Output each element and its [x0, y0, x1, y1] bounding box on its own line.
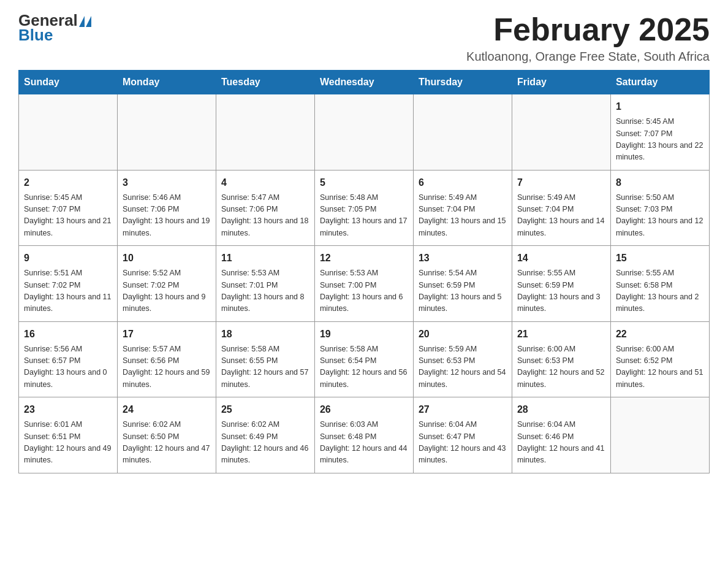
day-info: Sunrise: 6:02 AMSunset: 6:49 PMDaylight:… [221, 419, 309, 467]
calendar-cell: 19Sunrise: 5:58 AMSunset: 6:54 PMDayligh… [314, 321, 413, 397]
calendar-cell: 6Sunrise: 5:49 AMSunset: 7:04 PMDaylight… [413, 170, 512, 246]
day-number: 7 [517, 175, 605, 190]
day-info: Sunrise: 6:01 AMSunset: 6:51 PMDaylight:… [24, 419, 112, 467]
day-info: Sunrise: 5:45 AMSunset: 7:07 PMDaylight:… [24, 192, 112, 240]
calendar-cell: 28Sunrise: 6:04 AMSunset: 6:46 PMDayligh… [512, 397, 610, 473]
day-info: Sunrise: 5:57 AMSunset: 6:56 PMDaylight:… [123, 343, 211, 391]
calendar-cell: 14Sunrise: 5:55 AMSunset: 6:59 PMDayligh… [512, 246, 610, 322]
calendar-cell [512, 94, 610, 170]
day-number: 25 [221, 402, 309, 417]
calendar-cell: 8Sunrise: 5:50 AMSunset: 7:03 PMDaylight… [610, 170, 709, 246]
day-number: 10 [123, 251, 211, 266]
calendar-cell: 18Sunrise: 5:58 AMSunset: 6:55 PMDayligh… [216, 321, 314, 397]
day-number: 19 [320, 327, 408, 342]
header-wednesday: Wednesday [314, 71, 413, 94]
calendar-cell: 11Sunrise: 5:53 AMSunset: 7:01 PMDayligh… [216, 246, 314, 322]
day-number: 8 [616, 175, 704, 190]
day-number: 27 [419, 402, 507, 417]
calendar-week-5: 23Sunrise: 6:01 AMSunset: 6:51 PMDayligh… [19, 397, 710, 473]
calendar-cell [19, 94, 118, 170]
day-number: 21 [517, 327, 605, 342]
calendar-cell: 25Sunrise: 6:02 AMSunset: 6:49 PMDayligh… [216, 397, 314, 473]
day-info: Sunrise: 5:50 AMSunset: 7:03 PMDaylight:… [616, 192, 704, 240]
calendar-table: Sunday Monday Tuesday Wednesday Thursday… [18, 70, 710, 473]
calendar-cell: 2Sunrise: 5:45 AMSunset: 7:07 PMDaylight… [19, 170, 118, 246]
calendar-cell: 3Sunrise: 5:46 AMSunset: 7:06 PMDaylight… [117, 170, 216, 246]
logo-blue-text: Blue [18, 26, 53, 45]
day-number: 11 [221, 251, 309, 266]
day-number: 20 [419, 327, 507, 342]
header-friday: Friday [512, 71, 610, 94]
day-info: Sunrise: 5:55 AMSunset: 6:59 PMDaylight:… [517, 267, 605, 315]
day-number: 23 [24, 402, 112, 417]
calendar-cell [610, 397, 709, 473]
day-info: Sunrise: 5:53 AMSunset: 7:00 PMDaylight:… [320, 267, 408, 315]
day-info: Sunrise: 5:47 AMSunset: 7:06 PMDaylight:… [221, 192, 309, 240]
day-number: 15 [616, 251, 704, 266]
day-info: Sunrise: 5:52 AMSunset: 7:02 PMDaylight:… [123, 267, 211, 315]
header-thursday: Thursday [413, 71, 512, 94]
day-info: Sunrise: 6:03 AMSunset: 6:48 PMDaylight:… [320, 419, 408, 467]
day-info: Sunrise: 6:04 AMSunset: 6:46 PMDaylight:… [517, 419, 605, 467]
calendar-cell: 23Sunrise: 6:01 AMSunset: 6:51 PMDayligh… [19, 397, 118, 473]
page-header: General Blue February 2025 Kutloanong, O… [18, 12, 710, 64]
title-area: February 2025 Kutloanong, Orange Free St… [466, 12, 710, 64]
calendar-cell: 17Sunrise: 5:57 AMSunset: 6:56 PMDayligh… [117, 321, 216, 397]
day-number: 28 [517, 402, 605, 417]
header-tuesday: Tuesday [216, 71, 314, 94]
calendar-cell: 9Sunrise: 5:51 AMSunset: 7:02 PMDaylight… [19, 246, 118, 322]
day-info: Sunrise: 5:49 AMSunset: 7:04 PMDaylight:… [517, 192, 605, 240]
calendar-cell [413, 94, 512, 170]
month-title: February 2025 [466, 12, 710, 47]
day-info: Sunrise: 5:56 AMSunset: 6:57 PMDaylight:… [24, 343, 112, 391]
calendar-cell: 22Sunrise: 6:00 AMSunset: 6:52 PMDayligh… [610, 321, 709, 397]
day-headers-row: Sunday Monday Tuesday Wednesday Thursday… [19, 71, 710, 94]
day-number: 22 [616, 327, 704, 342]
day-number: 24 [123, 402, 211, 417]
day-number: 13 [419, 251, 507, 266]
calendar-cell: 16Sunrise: 5:56 AMSunset: 6:57 PMDayligh… [19, 321, 118, 397]
calendar-cell: 12Sunrise: 5:53 AMSunset: 7:00 PMDayligh… [314, 246, 413, 322]
calendar-cell [216, 94, 314, 170]
calendar-cell: 13Sunrise: 5:54 AMSunset: 6:59 PMDayligh… [413, 246, 512, 322]
calendar-week-2: 2Sunrise: 5:45 AMSunset: 7:07 PMDaylight… [19, 170, 710, 246]
calendar-header: Sunday Monday Tuesday Wednesday Thursday… [19, 71, 710, 94]
logo: General Blue [18, 12, 94, 45]
day-info: Sunrise: 6:00 AMSunset: 6:53 PMDaylight:… [517, 343, 605, 391]
day-number: 17 [123, 327, 211, 342]
header-saturday: Saturday [610, 71, 709, 94]
day-info: Sunrise: 6:00 AMSunset: 6:52 PMDaylight:… [616, 343, 704, 391]
day-info: Sunrise: 6:04 AMSunset: 6:47 PMDaylight:… [419, 419, 507, 467]
day-info: Sunrise: 5:58 AMSunset: 6:55 PMDaylight:… [221, 343, 309, 391]
calendar-cell: 27Sunrise: 6:04 AMSunset: 6:47 PMDayligh… [413, 397, 512, 473]
day-info: Sunrise: 5:58 AMSunset: 6:54 PMDaylight:… [320, 343, 408, 391]
calendar-body: 1Sunrise: 5:45 AMSunset: 7:07 PMDaylight… [19, 94, 710, 473]
day-info: Sunrise: 5:55 AMSunset: 6:58 PMDaylight:… [616, 267, 704, 315]
day-number: 14 [517, 251, 605, 266]
calendar-week-3: 9Sunrise: 5:51 AMSunset: 7:02 PMDaylight… [19, 246, 710, 322]
day-number: 9 [24, 251, 112, 266]
day-number: 5 [320, 175, 408, 190]
day-info: Sunrise: 6:02 AMSunset: 6:50 PMDaylight:… [123, 419, 211, 467]
calendar-cell: 7Sunrise: 5:49 AMSunset: 7:04 PMDaylight… [512, 170, 610, 246]
calendar-week-1: 1Sunrise: 5:45 AMSunset: 7:07 PMDaylight… [19, 94, 710, 170]
calendar-cell: 20Sunrise: 5:59 AMSunset: 6:53 PMDayligh… [413, 321, 512, 397]
day-number: 4 [221, 175, 309, 190]
day-number: 12 [320, 251, 408, 266]
day-info: Sunrise: 5:54 AMSunset: 6:59 PMDaylight:… [419, 267, 507, 315]
calendar-cell: 24Sunrise: 6:02 AMSunset: 6:50 PMDayligh… [117, 397, 216, 473]
day-info: Sunrise: 5:53 AMSunset: 7:01 PMDaylight:… [221, 267, 309, 315]
header-sunday: Sunday [19, 71, 118, 94]
day-number: 2 [24, 175, 112, 190]
calendar-cell: 15Sunrise: 5:55 AMSunset: 6:58 PMDayligh… [610, 246, 709, 322]
day-number: 3 [123, 175, 211, 190]
calendar-cell: 1Sunrise: 5:45 AMSunset: 7:07 PMDaylight… [610, 94, 709, 170]
day-number: 1 [616, 99, 704, 114]
day-number: 18 [221, 327, 309, 342]
day-number: 6 [419, 175, 507, 190]
day-info: Sunrise: 5:48 AMSunset: 7:05 PMDaylight:… [320, 192, 408, 240]
header-monday: Monday [117, 71, 216, 94]
day-info: Sunrise: 5:49 AMSunset: 7:04 PMDaylight:… [419, 192, 507, 240]
calendar-cell: 21Sunrise: 6:00 AMSunset: 6:53 PMDayligh… [512, 321, 610, 397]
day-info: Sunrise: 5:46 AMSunset: 7:06 PMDaylight:… [123, 192, 211, 240]
